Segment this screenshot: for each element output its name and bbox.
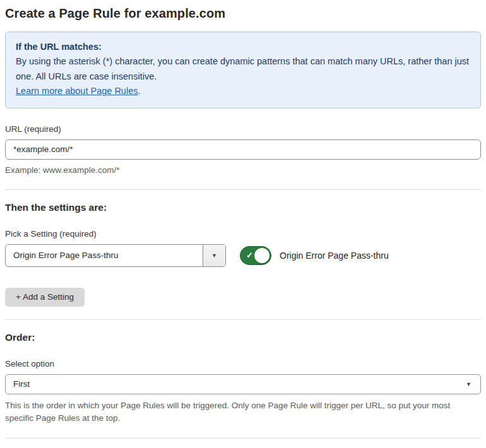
link-suffix: . (138, 86, 140, 96)
setting-row: Origin Error Page Pass-thru ▼ ✓ Origin E… (5, 244, 481, 267)
url-match-info-box: If the URL matches: By using the asteris… (5, 32, 481, 109)
divider (5, 319, 481, 320)
order-select[interactable]: First ▼ (5, 374, 481, 394)
create-page-rule-form: Create a Page Rule for example.com If th… (0, 0, 486, 448)
setting-toggle[interactable]: ✓ (240, 246, 271, 265)
info-box-heading: If the URL matches: (16, 40, 470, 54)
url-example-helper: Example: www.example.com/* (5, 164, 481, 177)
info-box-link-row: Learn more about Page Rules. (16, 84, 470, 98)
add-setting-button[interactable]: + Add a Setting (5, 288, 85, 307)
order-section-heading: Order: (5, 332, 481, 343)
setting-dropdown-caret-button[interactable]: ▼ (203, 245, 225, 266)
chevron-down-icon: ▼ (466, 381, 471, 387)
settings-section-heading: Then the settings are: (5, 202, 481, 213)
setting-toggle-label: Origin Error Page Pass-thru (280, 251, 389, 261)
setting-dropdown-value: Origin Error Page Pass-thru (6, 245, 203, 266)
chevron-down-icon: ▼ (211, 252, 217, 259)
check-icon: ✓ (246, 251, 253, 260)
pick-setting-label: Pick a Setting (required) (5, 229, 481, 239)
divider (5, 189, 481, 190)
order-select-value: First (13, 379, 30, 389)
info-box-body: By using the asterisk (*) character, you… (16, 54, 470, 84)
divider (5, 438, 481, 439)
url-input[interactable] (5, 139, 481, 160)
url-field-label: URL (required) (5, 124, 481, 134)
order-select-label: Select option (5, 359, 481, 368)
toggle-knob (254, 248, 270, 263)
order-helper-text: This is the order in which your Page Rul… (5, 399, 472, 426)
setting-dropdown[interactable]: Origin Error Page Pass-thru ▼ (5, 244, 226, 267)
page-title: Create a Page Rule for example.com (5, 6, 481, 21)
learn-more-link[interactable]: Learn more about Page Rules (16, 86, 138, 96)
